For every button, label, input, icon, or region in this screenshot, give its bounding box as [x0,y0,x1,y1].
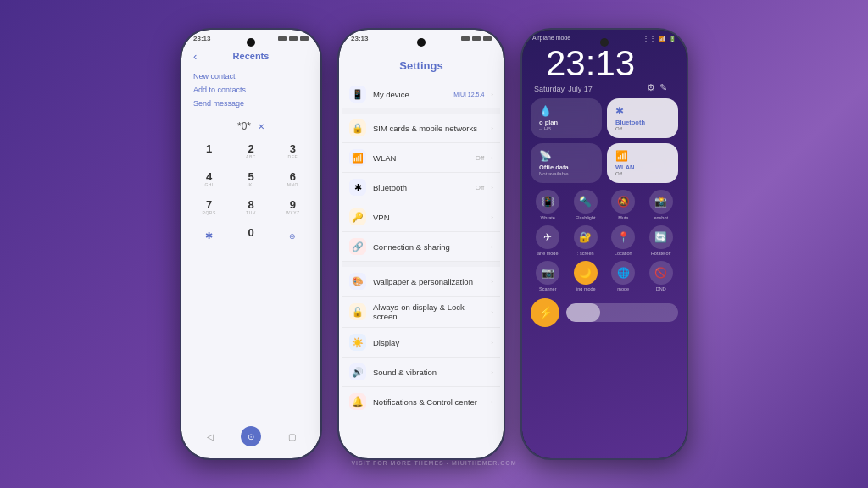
dial-key-9[interactable]: 9WXYZ [274,195,312,219]
dial-key-1[interactable]: 1 [190,139,228,164]
dial-display-text: *0* [237,120,251,132]
icon-mute[interactable]: 🔕 Mute [606,190,641,220]
signal-icon [278,36,287,41]
wlan-value: Off [476,154,485,162]
display-arrow: › [491,339,493,347]
dial-key-7[interactable]: 7PQRS [190,195,228,219]
dial-key-5[interactable]: 5JKL [231,167,270,191]
icon-grid-row1: 📳 Vibrate 🔦 Flashlight 🔕 Mute 📸 enshot [522,188,687,222]
add-to-contacts-link[interactable]: Add to contacts [193,83,309,97]
my-device-version: MIUI 12.5.4 [453,92,484,97]
dial-delete-icon[interactable]: ✕ [258,122,264,131]
icon-screen-lock[interactable]: 🔐 : screen [569,225,604,256]
left-screen: 23:13 ‹ Recents New contact Add to conta… [181,30,320,458]
flashlight-label: Flashlight [576,215,596,220]
settings-wlan[interactable]: 📶 WLAN Off › [342,143,500,173]
camera-hole-left [247,38,255,47]
icon-location[interactable]: 📍 Location [606,225,641,256]
icon-vibrate[interactable]: 📳 Vibrate [531,190,565,220]
back-arrow-icon[interactable]: ‹ [193,50,197,63]
settings-bluetooth[interactable]: ✱ Bluetooth Off › [342,173,500,202]
bt-tile-sub: Off [615,126,670,131]
vibrate-circle: 📳 [536,190,559,214]
screen-lock-circle: 🔐 [574,225,598,249]
dnd-circle: 🚫 [649,261,673,285]
dial-key-8[interactable]: 8TUV [231,195,270,219]
icon-scanner[interactable]: 📷 Scanner [531,261,565,291]
settings-display[interactable]: ☀️ Display › [342,328,500,358]
settings-notifications[interactable]: 🔔 Notifications & Control center › [342,387,500,416]
mute-circle: 🔕 [611,190,635,214]
connection-icon: 🔗 [349,238,366,255]
rc-time-block: 23:13 Saturday, July 17 [534,46,647,93]
airplane-label: ane mode [537,251,558,256]
nav-home-button[interactable]: ⊙ [241,426,261,446]
display-text: Display [373,338,484,347]
icon-rotate[interactable]: 🔄 Rotate off [644,225,679,256]
mode-circle: 🌐 [611,261,635,285]
rc-top-label: Airplane mode [532,35,570,42]
sound-text: Sound & vibration [373,368,484,377]
dial-key-6[interactable]: 6MNO [274,167,312,191]
rc-edit-icon[interactable]: ✎ [659,82,667,93]
data-tile-label: Offie data [539,164,593,171]
sim-tile-label: o plan [539,119,593,126]
rotate-circle: 🔄 [649,225,673,249]
wallpaper-icon: 🎨 [349,273,366,290]
ling-mode-label: ling mode [576,286,596,291]
wlan-tile-sub: Off [615,171,670,176]
rc-brightness-slider[interactable] [566,303,678,322]
right-phone: Airplane mode ⋮⋮ 📶 🔋 23:13 Saturday, Jul… [520,28,688,460]
dnd-label: DND [656,286,666,291]
my-device-text: My device [373,90,447,99]
icon-dnd[interactable]: 🚫 DND [644,261,679,291]
left-links: New contact Add to contacts Send message [181,66,320,114]
settings-sim[interactable]: 🔒 SIM cards & mobile networks › [342,114,500,143]
new-contact-link[interactable]: New contact [193,69,309,83]
rc-menu-icon: ⋮⋮ [643,35,656,42]
nav-back-button[interactable]: ◁ [200,426,220,446]
wallpaper-arrow: › [491,278,493,286]
sim-text: SIM cards & mobile networks [373,124,484,133]
icon-ling-mode[interactable]: 🌙 ling mode [569,261,604,291]
quick-tile-sim[interactable]: 💧 o plan -- HB [531,98,602,138]
icon-screenshot[interactable]: 📸 enshot [644,190,679,220]
scanner-label: Scanner [539,286,557,291]
rc-flashlight-button[interactable]: ⚡ [531,298,559,327]
quick-tile-wlan[interactable]: 📶 WLAN Off [607,143,678,183]
location-label: Location [615,251,632,256]
rc-time-row: 23:13 Saturday, July 17 ⚙ ✎ [522,44,687,93]
vpn-icon: 🔑 [349,208,366,225]
left-phone: 23:13 ‹ Recents New contact Add to conta… [180,28,322,460]
settings-vpn[interactable]: 🔑 VPN › [342,202,500,232]
send-message-link[interactable]: Send message [193,97,309,110]
mode-label: mode [617,286,629,291]
connection-label: Connection & sharing [373,242,484,252]
left-header: ‹ Recents [181,44,320,66]
dial-key-0[interactable]: 0 [231,223,270,247]
dial-key-2[interactable]: 2ABC [231,139,270,164]
data-tile-sub: Not available [539,171,593,176]
dial-key-star[interactable]: ✱ [190,223,228,247]
wlan-label: WLAN [373,153,469,163]
settings-sound[interactable]: 🔊 Sound & vibration › [342,358,500,387]
icon-airplane[interactable]: ✈ ane mode [531,225,565,256]
quick-tile-bluetooth[interactable]: ✱ Bluetooth Off [607,98,678,138]
dial-key-3[interactable]: 3DEF [274,139,312,164]
rotate-label: Rotate off [651,251,671,256]
dial-key-4[interactable]: 4GHI [190,167,228,191]
nav-recent-button[interactable]: ▢ [281,426,302,446]
screenshot-circle: 📸 [649,190,673,214]
icon-mode[interactable]: 🌐 mode [606,261,641,291]
settings-connection[interactable]: 🔗 Connection & sharing › [342,232,500,262]
settings-my-device[interactable]: 📱 My device MIUI 12.5.4 › [342,80,500,108]
settings-wallpaper[interactable]: 🎨 Wallpaper & personalization › [342,267,500,297]
dial-key-hash[interactable]: ⊕ [274,223,312,247]
watermark: VISIT FOR MORE THEMES - MIUITHEMER.COM [351,460,516,466]
rc-status-icons: ⋮⋮ 📶 🔋 [643,35,676,42]
rc-settings-icon[interactable]: ⚙ [647,82,655,93]
icon-flashlight[interactable]: 🔦 Flashlight [569,190,604,220]
quick-tile-data[interactable]: 📡 Offie data Not available [531,143,602,183]
rc-time-text: 23:13 [546,46,635,81]
settings-aod[interactable]: 🔓 Always-on display & Lock screen › [342,297,500,328]
